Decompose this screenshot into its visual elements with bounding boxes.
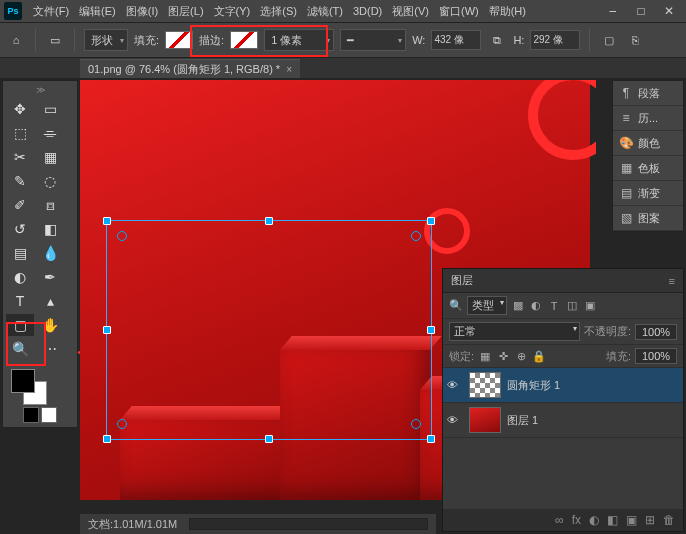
fill-opacity-value[interactable]: 100% [635, 348, 677, 364]
menu-help[interactable]: 帮助(H) [484, 4, 531, 19]
history-brush-tool[interactable]: ↺ [6, 218, 34, 240]
horizontal-scrollbar[interactable] [189, 518, 428, 530]
shape-mode-select[interactable]: 形状 [84, 29, 128, 51]
menu-file[interactable]: 文件(F) [28, 4, 74, 19]
link-wh-icon[interactable]: ⧉ [487, 30, 507, 50]
menu-filter[interactable]: 滤镜(T) [302, 4, 348, 19]
layers-footer: ∞ fx ◐ ◧ ▣ ⊞ 🗑 [443, 509, 683, 531]
layer-row[interactable]: 👁 图层 1 [443, 403, 683, 438]
eyedropper-tool[interactable]: ✎ [6, 170, 34, 192]
close-tab-icon[interactable]: × [286, 64, 292, 75]
panel-swatches[interactable]: ▦色板 [613, 156, 683, 181]
lock-all-icon[interactable]: 🔒 [532, 349, 546, 363]
layer-name[interactable]: 图层 1 [507, 413, 538, 428]
panel-menu-icon[interactable]: ≡ [669, 275, 675, 287]
panel-paragraph[interactable]: ¶段落 [613, 81, 683, 106]
menu-3d[interactable]: 3D(D) [348, 5, 387, 17]
link-layers-icon[interactable]: ∞ [555, 513, 564, 527]
group-icon[interactable]: ▣ [626, 513, 637, 527]
stroke-swatch[interactable] [230, 31, 258, 49]
more-tools[interactable]: ⋯ [36, 338, 64, 360]
home-icon[interactable]: ⌂ [6, 30, 26, 50]
patch-tool[interactable]: ◌ [36, 170, 64, 192]
shape-preset-icon[interactable]: ▭ [45, 30, 65, 50]
menu-edit[interactable]: 编辑(E) [74, 4, 121, 19]
share-icon[interactable]: ⎘ [625, 30, 645, 50]
layer-thumbnail[interactable] [469, 407, 501, 433]
toolbox: ≫ ✥▭ ⬚⌯ ✂▦ ✎◌ ✐⧈ ↺◧ ▤💧 ◐✒ T▴ ▢✋ 🔍⋯ [2, 80, 78, 428]
panel-gradient[interactable]: ▤渐变 [613, 181, 683, 206]
panel-pattern[interactable]: ▧图案 [613, 206, 683, 231]
app-logo: Ps [4, 2, 22, 20]
zoom-tool[interactable]: 🔍 [6, 338, 34, 360]
lock-pixels-icon[interactable]: ▦ [478, 349, 492, 363]
hand-tool[interactable]: ✋ [36, 314, 64, 336]
new-layer-icon[interactable]: ⊞ [645, 513, 655, 527]
filter-smart-icon[interactable]: ▣ [583, 299, 597, 313]
clone-tool[interactable]: ⧈ [36, 194, 64, 216]
brush-tool[interactable]: ✐ [6, 194, 34, 216]
foreground-color[interactable] [11, 369, 35, 393]
rounded-rect-tool[interactable]: ▢ [6, 314, 34, 336]
panel-color[interactable]: 🎨颜色 [613, 131, 683, 156]
filter-type-icon[interactable]: T [547, 299, 561, 313]
window-minimize[interactable]: ‒ [600, 2, 626, 20]
menu-window[interactable]: 窗口(W) [434, 4, 484, 19]
document-tab[interactable]: 01.png @ 76.4% (圆角矩形 1, RGB/8) * × [80, 59, 300, 79]
pen-tool[interactable]: ✒ [36, 266, 64, 288]
toolbox-grip[interactable]: ≫ [34, 85, 46, 95]
path-select-tool[interactable]: ▴ [36, 290, 64, 312]
visibility-icon[interactable]: 👁 [447, 379, 463, 391]
lock-artboard-icon[interactable]: ⊕ [514, 349, 528, 363]
menu-type[interactable]: 文字(Y) [209, 4, 256, 19]
lock-position-icon[interactable]: ✜ [496, 349, 510, 363]
visibility-icon[interactable]: 👁 [447, 414, 463, 426]
frame-tool[interactable]: ▦ [36, 146, 64, 168]
marquee-tool[interactable]: ⬚ [6, 122, 34, 144]
fill-swatch[interactable] [165, 31, 193, 49]
height-input[interactable] [530, 30, 580, 50]
menu-layer[interactable]: 图层(L) [163, 4, 208, 19]
menu-image[interactable]: 图像(I) [121, 4, 163, 19]
collapsed-panels: ¶段落 ≡历... 🎨颜色 ▦色板 ▤渐变 ▧图案 [612, 80, 684, 232]
decor-ring [528, 80, 596, 160]
mask-icon[interactable]: ◐ [589, 513, 599, 527]
layer-filter-select[interactable]: 类型 [467, 296, 507, 315]
filter-adjust-icon[interactable]: ◐ [529, 299, 543, 313]
quickmask-icon[interactable] [23, 407, 39, 423]
color-swatches[interactable] [5, 367, 75, 405]
panel-history[interactable]: ≡历... [613, 106, 683, 131]
stroke-width-select[interactable]: 1 像素 [264, 29, 334, 51]
layers-panel-header[interactable]: 图层 ≡ [443, 269, 683, 293]
align-icon[interactable]: ▢ [599, 30, 619, 50]
blur-tool[interactable]: 💧 [36, 242, 64, 264]
crop-tool[interactable]: ✂ [6, 146, 34, 168]
layer-thumbnail[interactable] [469, 372, 501, 398]
filter-shape-icon[interactable]: ◫ [565, 299, 579, 313]
layer-row[interactable]: 👁 圆角矩形 1 [443, 368, 683, 403]
search-icon[interactable]: 🔍 [449, 299, 463, 313]
stroke-style-select[interactable]: ━ [340, 29, 406, 51]
blend-mode-select[interactable]: 正常 [449, 322, 580, 341]
trash-icon[interactable]: 🗑 [663, 513, 675, 527]
gradient-tool[interactable]: ▤ [6, 242, 34, 264]
artboard-tool[interactable]: ▭ [36, 98, 64, 120]
adjustment-icon[interactable]: ◧ [607, 513, 618, 527]
menu-view[interactable]: 视图(V) [387, 4, 434, 19]
lasso-tool[interactable]: ⌯ [36, 122, 64, 144]
fx-icon[interactable]: fx [572, 513, 581, 527]
status-bar: 文档: 1.01M/1.01M [80, 514, 436, 534]
menu-select[interactable]: 选择(S) [255, 4, 302, 19]
width-input[interactable] [431, 30, 481, 50]
layer-name[interactable]: 圆角矩形 1 [507, 378, 560, 393]
window-maximize[interactable]: □ [628, 2, 654, 20]
dodge-tool[interactable]: ◐ [6, 266, 34, 288]
opacity-value[interactable]: 100% [635, 324, 677, 340]
eraser-tool[interactable]: ◧ [36, 218, 64, 240]
move-tool[interactable]: ✥ [6, 98, 34, 120]
opacity-label: 不透明度: [584, 324, 631, 339]
type-tool[interactable]: T [6, 290, 34, 312]
screenmode-icon[interactable] [41, 407, 57, 423]
filter-pixels-icon[interactable]: ▩ [511, 299, 525, 313]
window-close[interactable]: ✕ [656, 2, 682, 20]
